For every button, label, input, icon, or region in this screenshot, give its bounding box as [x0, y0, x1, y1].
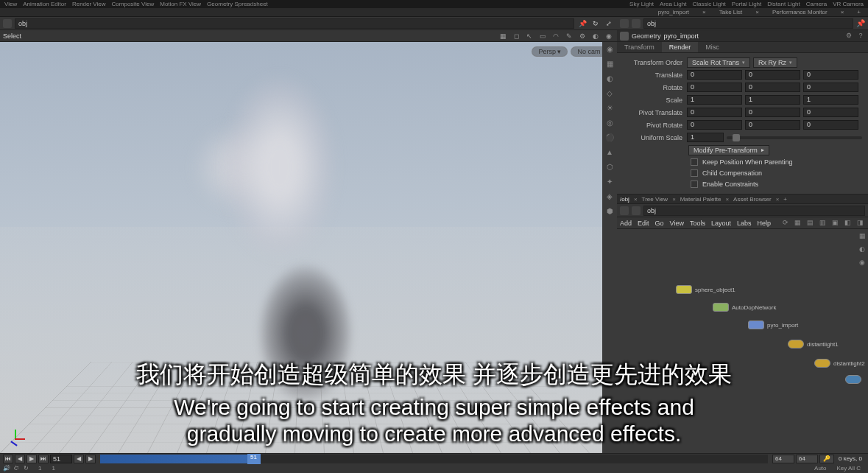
net-rail-icon[interactable]: ◉ — [858, 259, 867, 267]
rail-icon[interactable]: ◈ — [604, 192, 615, 203]
timeline-playhead[interactable]: 51 — [247, 454, 261, 464]
pivot-rz[interactable]: 0 — [803, 120, 858, 130]
pivot-ry[interactable]: 0 — [745, 120, 800, 130]
net-tool-icon[interactable]: ▤ — [807, 219, 814, 228]
transform-order-dropdown[interactable]: Scale Rot Trans — [687, 57, 750, 68]
rail-icon[interactable]: ⬡ — [604, 163, 615, 173]
step-back-button[interactable]: ◀ — [74, 455, 84, 463]
rail-icon[interactable]: ⚫ — [604, 133, 615, 144]
range-start[interactable]: 1 — [34, 465, 46, 472]
menu-go[interactable]: Go — [655, 220, 664, 227]
shelf-item[interactable]: Render View — [72, 1, 106, 7]
nav-back-icon[interactable] — [620, 19, 629, 28]
shelf-item[interactable]: Animation Editor — [23, 1, 66, 7]
close-icon[interactable]: × — [725, 196, 729, 203]
rail-icon[interactable]: ◐ — [604, 74, 615, 85]
tab-misc[interactable]: Misc — [698, 42, 727, 52]
shelf-item[interactable]: Motion FX View — [160, 1, 201, 7]
shelf-item[interactable]: Sky Light — [629, 1, 654, 7]
tab-material-palette[interactable]: Material Palette — [680, 196, 721, 203]
close-icon[interactable]: × — [776, 196, 780, 203]
menu-edit[interactable]: Edit — [638, 220, 649, 227]
loop-icon[interactable]: ↻ — [24, 465, 32, 472]
play-button[interactable]: ▶ — [27, 455, 37, 463]
rotate-z[interactable]: 0 — [803, 83, 858, 92]
checkbox-keep-position[interactable] — [691, 158, 698, 166]
net-tool-icon[interactable]: ◨ — [857, 219, 864, 228]
tool-icon[interactable]: ⚙ — [577, 31, 588, 41]
network-view[interactable]: ▦ ◐ ◉ sphere_object1 AutoDopNetwork pyro… — [617, 229, 868, 453]
translate-y[interactable]: 0 — [745, 70, 800, 80]
menu-help[interactable]: Help — [757, 220, 771, 227]
shelf-item[interactable]: Portal Light — [732, 1, 761, 7]
brush-icon[interactable]: ✎ — [564, 31, 574, 41]
tab-asset-browser[interactable]: Asset Browser — [733, 196, 772, 203]
add-tab-icon[interactable]: + — [783, 196, 787, 203]
menu-tools[interactable]: Tools — [690, 220, 705, 227]
timeline-track[interactable]: 51 — [100, 455, 768, 463]
lasso-icon[interactable]: ◠ — [551, 31, 561, 41]
checkbox-enable-constraints[interactable] — [691, 181, 698, 188]
pivot-tz[interactable]: 0 — [803, 108, 858, 117]
scale-x[interactable]: 1 — [687, 95, 742, 105]
rail-icon[interactable]: ◉ — [604, 45, 615, 55]
node-sphere[interactable]: sphere_object1 — [676, 285, 735, 294]
scale-z[interactable]: 1 — [803, 95, 858, 105]
uniform-scale-slider[interactable] — [727, 136, 862, 139]
range-end-field[interactable]: 64 — [772, 455, 794, 463]
net-tool-icon[interactable]: ▥ — [819, 219, 826, 228]
close-icon[interactable]: × — [634, 196, 638, 203]
realtime-icon[interactable]: ⏱ — [13, 465, 22, 472]
param-path-field[interactable]: obj — [643, 18, 853, 29]
shelf-item[interactable]: Camera — [806, 1, 827, 7]
menu-layout[interactable]: Layout — [711, 220, 731, 227]
scene-viewport[interactable]: Persp ▾ No cam ▾ ◉ ▦ ◐ ◇ ☀ ◎ ⚫ ▲ ⬡ ✦ ◈ ⬢ — [0, 42, 617, 453]
pin-icon[interactable]: 📌 — [577, 18, 588, 29]
snap-icon[interactable]: ▦ — [498, 31, 508, 41]
node-pyro-import[interactable]: pyro_import — [748, 320, 798, 329]
net-rail-icon[interactable]: ▦ — [858, 232, 867, 241]
close-icon[interactable]: × — [752, 9, 762, 15]
pin-icon[interactable]: 📌 — [856, 19, 865, 27]
sync-icon[interactable]: ↻ — [590, 18, 601, 29]
menu-view[interactable]: View — [670, 220, 684, 227]
shelf-item[interactable]: View — [4, 1, 17, 7]
node-distantlight2[interactable]: distantlight2 — [814, 359, 865, 368]
net-tool-icon[interactable]: ▣ — [832, 219, 839, 228]
rotation-order-dropdown[interactable]: Rx Ry Rz — [753, 57, 797, 68]
scale-y[interactable]: 1 — [745, 95, 800, 105]
key-all-button[interactable]: Key All C — [833, 465, 865, 472]
home-icon[interactable] — [3, 19, 12, 28]
shelf-item[interactable]: Geometry Spreadsheet — [207, 1, 268, 7]
tab-transform[interactable]: Transform — [617, 42, 662, 52]
rail-icon[interactable]: ⬢ — [604, 207, 615, 217]
pane-tab[interactable]: Take List — [716, 9, 746, 15]
path-field[interactable]: obj — [15, 18, 574, 29]
play-next-button[interactable]: ⏭ — [38, 455, 49, 463]
play-first-button[interactable]: ⏮ — [3, 455, 13, 463]
audio-icon[interactable]: 🔊 — [3, 465, 12, 472]
update-mode[interactable]: Auto — [810, 465, 830, 472]
uniform-scale-field[interactable]: 1 — [687, 133, 724, 142]
square-icon[interactable]: ◻ — [511, 31, 521, 41]
nav-fwd-icon[interactable] — [632, 206, 641, 215]
network-path-crumb[interactable]: /obj — [620, 196, 629, 203]
tool-icon[interactable]: ◉ — [604, 31, 614, 41]
node-camera[interactable] — [845, 375, 861, 384]
pivot-rx[interactable]: 0 — [687, 120, 742, 130]
shelf-item[interactable]: Distant Light — [767, 1, 800, 7]
rail-icon[interactable]: ◎ — [604, 119, 615, 129]
expand-icon[interactable]: ⤢ — [604, 18, 614, 29]
shelf-item[interactable]: Composite View — [112, 1, 155, 7]
network-path-field[interactable]: obj — [643, 206, 865, 216]
menu-add[interactable]: Add — [620, 220, 632, 227]
tool-icon[interactable]: ◐ — [590, 31, 601, 41]
pivot-tx[interactable]: 0 — [687, 108, 742, 117]
rail-icon[interactable]: ▲ — [604, 148, 615, 158]
node-distantlight1[interactable]: distantlight1 — [788, 340, 839, 348]
view-persp-dropdown[interactable]: Persp ▾ — [532, 46, 568, 57]
rail-icon[interactable]: ▦ — [604, 60, 615, 70]
nav-back-icon[interactable] — [620, 206, 629, 215]
translate-z[interactable]: 0 — [803, 70, 858, 80]
rail-icon[interactable]: ☀ — [604, 104, 615, 114]
